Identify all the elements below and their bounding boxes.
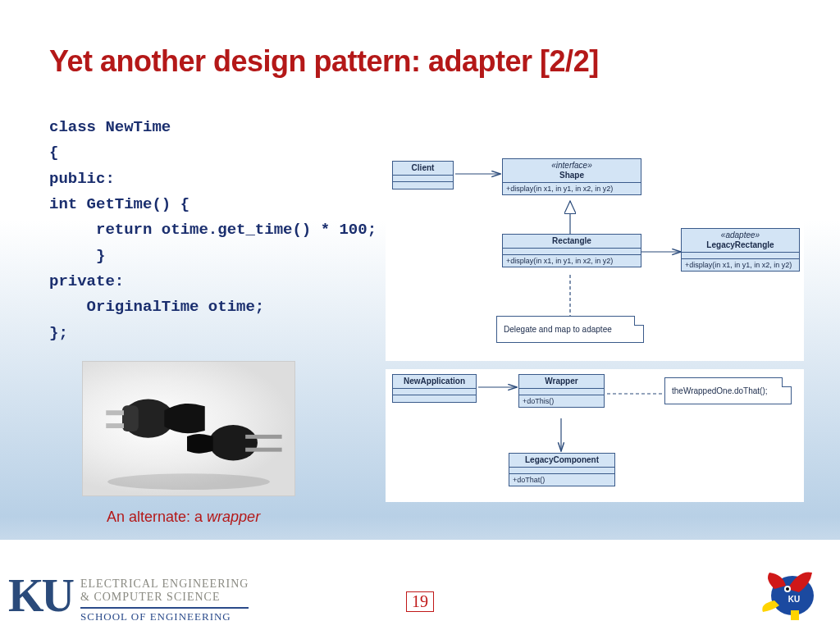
ku-logo: KU ELECTRICAL ENGINEERING& COMPUTER SCIE… <box>8 573 249 623</box>
svg-rect-3 <box>106 423 124 428</box>
uml-note: Delegate and map to adaptee <box>496 316 644 343</box>
slide-title: Yet another design pattern: adapter [2/2… <box>49 44 815 79</box>
uml-class-legacycomponent: LegacyComponent +doThat() <box>509 453 615 486</box>
uml-interface-shape: «interface» Shape +display(in x1, in y1,… <box>502 158 641 195</box>
uml-operation: +display(in x1, in y1, in x2, in y2) <box>503 255 641 267</box>
svg-rect-5 <box>245 435 281 439</box>
uml-note: theWrappedOne.doThat(); <box>664 377 792 404</box>
svg-point-17 <box>786 587 789 591</box>
ku-department-text: ELECTRICAL ENGINEERING& COMPUTER SCIENCE… <box>80 573 249 623</box>
svg-rect-18 <box>791 610 799 620</box>
uml-class-name: «adaptee» LegacyRectangle <box>682 229 799 253</box>
uml-class-name: Rectangle <box>503 235 641 249</box>
slide-footer: KU ELECTRICAL ENGINEERING& COMPUTER SCIE… <box>0 540 840 630</box>
ku-mark: KU <box>8 573 72 619</box>
uml-class-name: «interface» Shape <box>503 159 641 183</box>
plug-adapter-image <box>82 361 295 496</box>
svg-rect-6 <box>245 448 281 452</box>
svg-text:KU: KU <box>788 595 800 604</box>
note-fold-icon <box>634 316 644 326</box>
uml-class-legacyrectangle: «adaptee» LegacyRectangle +display(in x1… <box>681 228 800 272</box>
uml-class-name: Client <box>393 162 453 176</box>
uml-class-newapplication: NewApplication <box>392 374 477 403</box>
uml-diagram-adapter: Client «interface» Shape +display(in x1,… <box>386 156 804 361</box>
uml-operation: +doThat() <box>509 474 614 486</box>
uml-class-client: Client <box>392 161 454 189</box>
uml-operation: +doThis() <box>519 395 604 407</box>
uml-class-name: Wrapper <box>519 375 604 389</box>
caption-emphasis: wrapper <box>207 509 260 525</box>
svg-rect-2 <box>106 410 124 415</box>
caption-prefix: An alternate: a <box>107 509 207 525</box>
svg-rect-1 <box>122 405 139 431</box>
jayhawk-mascot-icon: KU <box>758 564 824 622</box>
uml-class-rectangle: Rectangle +display(in x1, in y1, in x2, … <box>502 234 641 267</box>
code-block: class NewTime { public: int GetTime() { … <box>49 115 377 346</box>
uml-diagram-wrapper: NewApplication Wrapper +doThis() LegacyC… <box>386 369 804 502</box>
note-fold-icon <box>782 377 792 387</box>
uml-class-name: LegacyComponent <box>509 454 614 468</box>
svg-point-4 <box>209 425 258 460</box>
uml-operation: +display(in x1, in y1, in x2, in y2) <box>503 183 641 194</box>
uml-class-wrapper: Wrapper +doThis() <box>518 374 605 408</box>
page-number: 19 <box>406 591 434 612</box>
caption: An alternate: a wrapper <box>107 509 260 526</box>
uml-class-name: NewApplication <box>393 375 476 389</box>
uml-operation: +display(in x1, in y1, in x2, in y2) <box>682 259 799 271</box>
svg-point-7 <box>107 473 270 490</box>
